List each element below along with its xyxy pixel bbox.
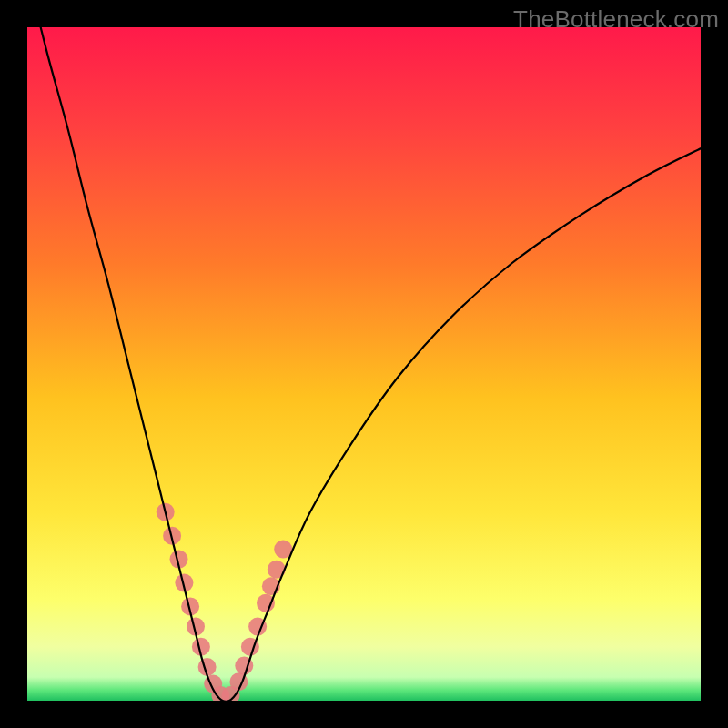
chart-frame: TheBottleneck.com [0,0,728,728]
watermark-text: TheBottleneck.com [513,5,719,34]
bottleneck-curve [27,27,701,701]
curve-layer [27,27,701,701]
plot-area [27,27,701,701]
